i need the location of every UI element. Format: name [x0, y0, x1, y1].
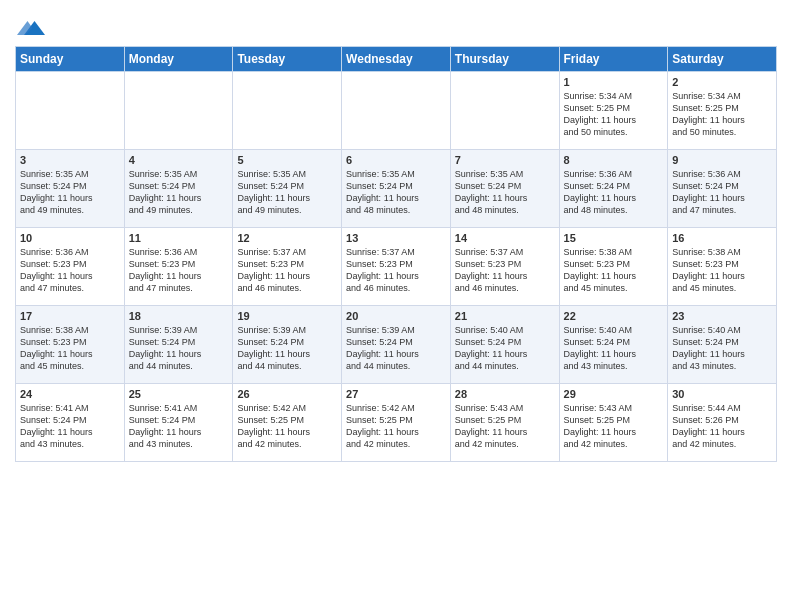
calendar-cell: 11Sunrise: 5:36 AMSunset: 5:23 PMDayligh… — [124, 228, 233, 306]
week-row-3: 17Sunrise: 5:38 AMSunset: 5:23 PMDayligh… — [16, 306, 777, 384]
day-number: 24 — [20, 388, 120, 400]
calendar-cell: 2Sunrise: 5:34 AMSunset: 5:25 PMDaylight… — [668, 72, 777, 150]
day-number: 8 — [564, 154, 664, 166]
calendar-cell: 17Sunrise: 5:38 AMSunset: 5:23 PMDayligh… — [16, 306, 125, 384]
day-number: 19 — [237, 310, 337, 322]
day-info: Sunrise: 5:35 AMSunset: 5:24 PMDaylight:… — [129, 168, 229, 217]
day-info: Sunrise: 5:42 AMSunset: 5:25 PMDaylight:… — [237, 402, 337, 451]
header-row: Sunday Monday Tuesday Wednesday Thursday… — [16, 47, 777, 72]
calendar-cell: 4Sunrise: 5:35 AMSunset: 5:24 PMDaylight… — [124, 150, 233, 228]
day-number: 9 — [672, 154, 772, 166]
header-saturday: Saturday — [668, 47, 777, 72]
calendar-cell: 19Sunrise: 5:39 AMSunset: 5:24 PMDayligh… — [233, 306, 342, 384]
calendar-cell — [16, 72, 125, 150]
day-info: Sunrise: 5:39 AMSunset: 5:24 PMDaylight:… — [129, 324, 229, 373]
day-info: Sunrise: 5:38 AMSunset: 5:23 PMDaylight:… — [564, 246, 664, 295]
day-info: Sunrise: 5:38 AMSunset: 5:23 PMDaylight:… — [20, 324, 120, 373]
calendar-cell: 6Sunrise: 5:35 AMSunset: 5:24 PMDaylight… — [342, 150, 451, 228]
day-info: Sunrise: 5:36 AMSunset: 5:24 PMDaylight:… — [564, 168, 664, 217]
day-number: 20 — [346, 310, 446, 322]
day-info: Sunrise: 5:41 AMSunset: 5:24 PMDaylight:… — [129, 402, 229, 451]
day-info: Sunrise: 5:36 AMSunset: 5:24 PMDaylight:… — [672, 168, 772, 217]
calendar-table: Sunday Monday Tuesday Wednesday Thursday… — [15, 46, 777, 462]
day-info: Sunrise: 5:35 AMSunset: 5:24 PMDaylight:… — [455, 168, 555, 217]
day-number: 11 — [129, 232, 229, 244]
header-thursday: Thursday — [450, 47, 559, 72]
day-info: Sunrise: 5:40 AMSunset: 5:24 PMDaylight:… — [455, 324, 555, 373]
day-number: 21 — [455, 310, 555, 322]
calendar-cell — [124, 72, 233, 150]
calendar-cell: 25Sunrise: 5:41 AMSunset: 5:24 PMDayligh… — [124, 384, 233, 462]
calendar-cell: 13Sunrise: 5:37 AMSunset: 5:23 PMDayligh… — [342, 228, 451, 306]
day-info: Sunrise: 5:35 AMSunset: 5:24 PMDaylight:… — [237, 168, 337, 217]
day-info: Sunrise: 5:37 AMSunset: 5:23 PMDaylight:… — [346, 246, 446, 295]
day-number: 22 — [564, 310, 664, 322]
day-info: Sunrise: 5:36 AMSunset: 5:23 PMDaylight:… — [129, 246, 229, 295]
calendar-cell: 3Sunrise: 5:35 AMSunset: 5:24 PMDaylight… — [16, 150, 125, 228]
day-info: Sunrise: 5:34 AMSunset: 5:25 PMDaylight:… — [672, 90, 772, 139]
week-row-1: 3Sunrise: 5:35 AMSunset: 5:24 PMDaylight… — [16, 150, 777, 228]
day-info: Sunrise: 5:44 AMSunset: 5:26 PMDaylight:… — [672, 402, 772, 451]
calendar-cell — [342, 72, 451, 150]
day-number: 5 — [237, 154, 337, 166]
day-info: Sunrise: 5:38 AMSunset: 5:23 PMDaylight:… — [672, 246, 772, 295]
logo — [15, 14, 45, 42]
calendar-cell: 18Sunrise: 5:39 AMSunset: 5:24 PMDayligh… — [124, 306, 233, 384]
header-tuesday: Tuesday — [233, 47, 342, 72]
calendar-cell: 12Sunrise: 5:37 AMSunset: 5:23 PMDayligh… — [233, 228, 342, 306]
day-info: Sunrise: 5:39 AMSunset: 5:24 PMDaylight:… — [346, 324, 446, 373]
calendar-cell: 15Sunrise: 5:38 AMSunset: 5:23 PMDayligh… — [559, 228, 668, 306]
calendar-cell: 20Sunrise: 5:39 AMSunset: 5:24 PMDayligh… — [342, 306, 451, 384]
calendar-cell: 24Sunrise: 5:41 AMSunset: 5:24 PMDayligh… — [16, 384, 125, 462]
day-number: 17 — [20, 310, 120, 322]
calendar-cell: 29Sunrise: 5:43 AMSunset: 5:25 PMDayligh… — [559, 384, 668, 462]
day-number: 16 — [672, 232, 772, 244]
calendar-cell: 16Sunrise: 5:38 AMSunset: 5:23 PMDayligh… — [668, 228, 777, 306]
day-number: 6 — [346, 154, 446, 166]
day-info: Sunrise: 5:37 AMSunset: 5:23 PMDaylight:… — [237, 246, 337, 295]
week-row-0: 1Sunrise: 5:34 AMSunset: 5:25 PMDaylight… — [16, 72, 777, 150]
day-info: Sunrise: 5:39 AMSunset: 5:24 PMDaylight:… — [237, 324, 337, 373]
day-number: 27 — [346, 388, 446, 400]
calendar-cell — [450, 72, 559, 150]
day-number: 12 — [237, 232, 337, 244]
day-info: Sunrise: 5:35 AMSunset: 5:24 PMDaylight:… — [20, 168, 120, 217]
calendar-cell — [233, 72, 342, 150]
calendar-cell: 9Sunrise: 5:36 AMSunset: 5:24 PMDaylight… — [668, 150, 777, 228]
day-info: Sunrise: 5:43 AMSunset: 5:25 PMDaylight:… — [455, 402, 555, 451]
calendar-cell: 23Sunrise: 5:40 AMSunset: 5:24 PMDayligh… — [668, 306, 777, 384]
day-number: 18 — [129, 310, 229, 322]
day-info: Sunrise: 5:34 AMSunset: 5:25 PMDaylight:… — [564, 90, 664, 139]
header-wednesday: Wednesday — [342, 47, 451, 72]
calendar-cell: 1Sunrise: 5:34 AMSunset: 5:25 PMDaylight… — [559, 72, 668, 150]
day-number: 15 — [564, 232, 664, 244]
day-number: 10 — [20, 232, 120, 244]
header — [15, 10, 777, 42]
calendar-cell: 28Sunrise: 5:43 AMSunset: 5:25 PMDayligh… — [450, 384, 559, 462]
day-info: Sunrise: 5:43 AMSunset: 5:25 PMDaylight:… — [564, 402, 664, 451]
day-info: Sunrise: 5:41 AMSunset: 5:24 PMDaylight:… — [20, 402, 120, 451]
calendar-cell: 22Sunrise: 5:40 AMSunset: 5:24 PMDayligh… — [559, 306, 668, 384]
calendar-cell: 7Sunrise: 5:35 AMSunset: 5:24 PMDaylight… — [450, 150, 559, 228]
calendar-cell: 21Sunrise: 5:40 AMSunset: 5:24 PMDayligh… — [450, 306, 559, 384]
day-info: Sunrise: 5:40 AMSunset: 5:24 PMDaylight:… — [564, 324, 664, 373]
day-number: 28 — [455, 388, 555, 400]
day-number: 23 — [672, 310, 772, 322]
day-number: 26 — [237, 388, 337, 400]
logo-icon — [17, 14, 45, 42]
day-info: Sunrise: 5:40 AMSunset: 5:24 PMDaylight:… — [672, 324, 772, 373]
calendar-cell: 5Sunrise: 5:35 AMSunset: 5:24 PMDaylight… — [233, 150, 342, 228]
day-info: Sunrise: 5:42 AMSunset: 5:25 PMDaylight:… — [346, 402, 446, 451]
day-number: 13 — [346, 232, 446, 244]
day-number: 2 — [672, 76, 772, 88]
calendar-cell: 10Sunrise: 5:36 AMSunset: 5:23 PMDayligh… — [16, 228, 125, 306]
day-number: 29 — [564, 388, 664, 400]
day-info: Sunrise: 5:35 AMSunset: 5:24 PMDaylight:… — [346, 168, 446, 217]
calendar-cell: 26Sunrise: 5:42 AMSunset: 5:25 PMDayligh… — [233, 384, 342, 462]
day-number: 30 — [672, 388, 772, 400]
header-sunday: Sunday — [16, 47, 125, 72]
day-info: Sunrise: 5:37 AMSunset: 5:23 PMDaylight:… — [455, 246, 555, 295]
header-monday: Monday — [124, 47, 233, 72]
page-container: Sunday Monday Tuesday Wednesday Thursday… — [0, 0, 792, 467]
day-number: 25 — [129, 388, 229, 400]
